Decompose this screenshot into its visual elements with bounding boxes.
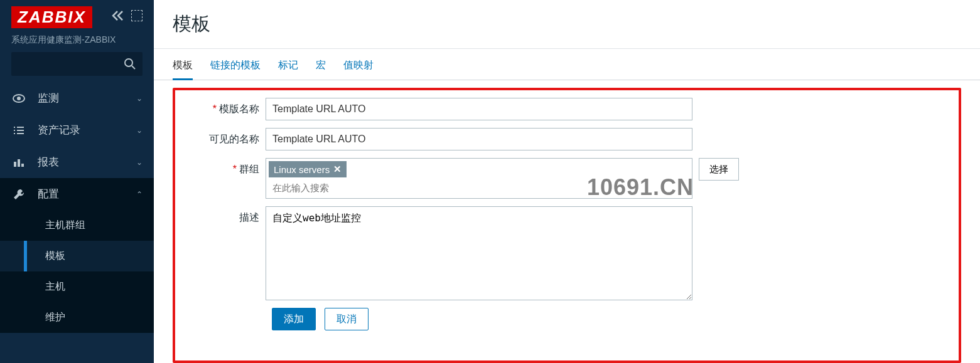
form-area: *模版名称 可见的名称 *群组 Linux servers ✕	[173, 88, 961, 363]
group-tag-label: Linux servers	[274, 164, 330, 175]
page-title: 模板	[173, 11, 961, 37]
subnav-maintenance[interactable]: 维护	[0, 302, 154, 333]
svg-line-1	[132, 66, 135, 69]
add-button[interactable]: 添加	[272, 308, 316, 330]
bar-icon	[11, 155, 26, 169]
group-search-input[interactable]	[267, 179, 691, 197]
wrench-icon	[11, 187, 26, 201]
nav-label: 资产记录	[38, 123, 80, 137]
search-input[interactable]	[11, 52, 143, 76]
description-label: 描述	[184, 206, 266, 300]
tab-value-mapping[interactable]: 值映射	[343, 59, 374, 80]
subnav-templates[interactable]: 模板	[0, 241, 154, 271]
svg-point-0	[125, 59, 132, 66]
tab-template[interactable]: 模板	[173, 59, 193, 80]
tab-macros[interactable]: 宏	[316, 59, 326, 80]
nav-monitoring[interactable]: 监测 ⌄	[0, 82, 154, 114]
group-tag: Linux servers ✕	[269, 161, 347, 177]
page-header: 模板	[154, 0, 980, 49]
nav-label: 配置	[38, 187, 59, 201]
nav-configuration[interactable]: 配置 ⌃	[0, 178, 154, 210]
select-group-button[interactable]: 选择	[699, 158, 739, 181]
visible-name-input[interactable]	[266, 128, 692, 150]
chevron-up-icon: ⌃	[136, 190, 143, 199]
sidebar-subtitle: 系统应用健康监测-ZABBIX	[0, 34, 154, 52]
svg-rect-12	[21, 164, 24, 167]
kiosk-mode-icon[interactable]	[131, 10, 143, 21]
chevron-down-icon: ⌄	[136, 94, 143, 103]
tab-tags[interactable]: 标记	[278, 59, 298, 80]
sidebar-top: ZABBIX	[0, 0, 154, 34]
visible-name-label: 可见的名称	[184, 128, 266, 150]
svg-point-3	[17, 97, 21, 100]
svg-rect-10	[14, 162, 16, 167]
eye-icon	[11, 92, 26, 105]
cancel-button[interactable]: 取消	[325, 308, 369, 330]
nav: 监测 ⌄ 资产记录 ⌄ 报表 ⌄ 配置 ⌃ 主机群组 模板 主机	[0, 82, 154, 333]
subnav-configuration: 主机群组 模板 主机 维护	[0, 210, 154, 333]
group-multiselect[interactable]: Linux servers ✕	[266, 158, 692, 199]
chevron-down-icon: ⌄	[136, 158, 143, 167]
collapse-sidebar-icon[interactable]	[111, 10, 126, 24]
tab-linked-templates[interactable]: 链接的模板	[210, 59, 261, 80]
main: 模板 模板 链接的模板 标记 宏 值映射 *模版名称 可见的名称	[154, 0, 980, 363]
remove-tag-icon[interactable]: ✕	[333, 164, 342, 175]
nav-label: 报表	[38, 155, 59, 169]
list-icon	[11, 124, 26, 137]
nav-inventory[interactable]: 资产记录 ⌄	[0, 114, 154, 146]
nav-label: 监测	[38, 91, 59, 105]
tabs: 模板 链接的模板 标记 宏 值映射	[154, 49, 980, 80]
template-name-label: *模版名称	[184, 98, 266, 120]
subnav-hosts[interactable]: 主机	[0, 271, 154, 302]
chevron-down-icon: ⌄	[136, 126, 143, 135]
nav-reports[interactable]: 报表 ⌄	[0, 146, 154, 178]
search-icon[interactable]	[124, 58, 136, 70]
subnav-host-groups[interactable]: 主机群组	[0, 210, 154, 241]
group-label: *群组	[184, 158, 266, 199]
template-name-input[interactable]	[266, 98, 692, 120]
svg-rect-11	[18, 159, 20, 167]
logo: ZABBIX	[11, 6, 92, 28]
sidebar: ZABBIX 系统应用健康监测-ZABBIX 监测 ⌄ 资	[0, 0, 154, 363]
description-textarea[interactable]	[266, 206, 692, 300]
